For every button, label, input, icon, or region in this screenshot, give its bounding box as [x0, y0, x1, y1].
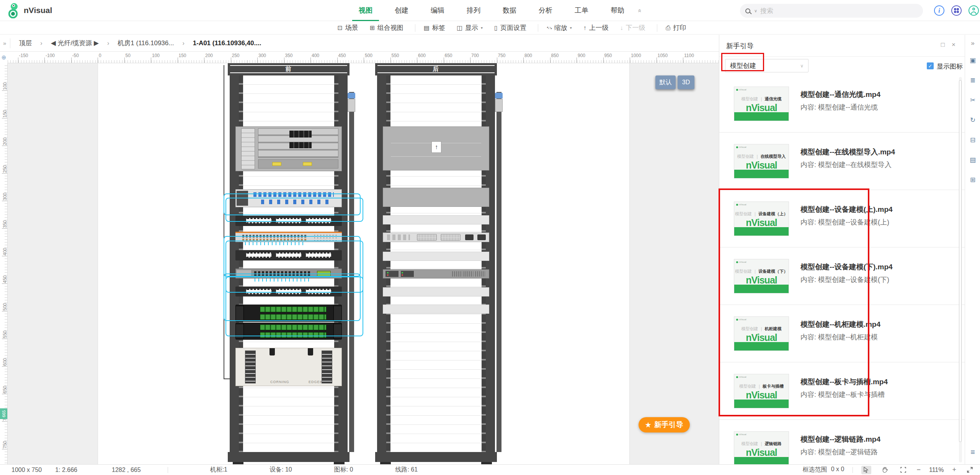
toolbar-divider: [538, 24, 538, 32]
rack-bottom-beam[interactable]: [228, 452, 350, 462]
search-scope-caret-icon[interactable]: ∨: [754, 8, 757, 13]
power-supply-unit[interactable]: [383, 233, 489, 242]
menu-item-5[interactable]: 分析: [528, 0, 564, 21]
rack-label: 前: [230, 65, 347, 73]
blank-panel[interactable]: [383, 188, 489, 207]
video-list-item[interactable]: nVisual模型创建 ｜ 设备建模（上）nVisual模型创建--设备建模(上…: [719, 190, 965, 247]
zoom-out-icon[interactable]: −: [916, 466, 921, 474]
video-list-item[interactable]: nVisual模型创建 ｜ 在线模型导入nVisual模型创建--在线模型导入.…: [719, 133, 965, 190]
info-icon[interactable]: i: [934, 5, 944, 16]
device-chassis[interactable]: [235, 126, 342, 171]
video-title[interactable]: 模型创建--板卡与插槽.mp4: [800, 377, 888, 387]
collapse-right-icon[interactable]: »: [965, 39, 980, 47]
menu-collapse-icon[interactable]: »: [636, 9, 643, 12]
toolbar-display[interactable]: ◫显示▾: [457, 23, 483, 32]
thumb-caption: 模型创建 ｜ 板卡与插槽: [734, 383, 789, 389]
pointer-tool-icon[interactable]: [861, 466, 871, 474]
video-list-item[interactable]: nVisual模型创建 ｜ 板卡与插槽nVisual模型创建--板卡与插槽.mp…: [719, 362, 965, 420]
cable-route-line[interactable]: [224, 65, 224, 378]
corning-enclosure[interactable]: CORNINGEDGE8: [235, 348, 342, 386]
breadcrumb-item-1[interactable]: ◀ 光纤/缆资源 ▶: [51, 39, 99, 48]
panel-icon[interactable]: ⊟: [965, 136, 980, 144]
3d-view-button[interactable]: 3D: [678, 75, 694, 89]
cable-manager-bar[interactable]: [497, 92, 501, 452]
menu-icon[interactable]: ≡: [965, 448, 980, 457]
breadcrumb-item-3[interactable]: 1-A01 (116.10936,40....: [193, 39, 261, 47]
category-select[interactable]: 模型创建 ∨: [725, 59, 808, 72]
menu-item-1[interactable]: 创建: [384, 0, 420, 21]
video-thumbnail[interactable]: nVisual模型创建 ｜ 机柜建模nVisual: [734, 316, 789, 351]
video-title[interactable]: 模型创建--逻辑链路.mp4: [800, 434, 880, 444]
toolbar-print[interactable]: ⎙打印: [666, 23, 686, 32]
video-thumbnail[interactable]: nVisual模型创建 ｜ 设备建模（上）nVisual: [734, 201, 789, 236]
video-thumbnail[interactable]: nVisual模型创建 ｜ 在线模型导入nVisual: [734, 144, 789, 179]
blank-panel-1u[interactable]: [383, 252, 489, 261]
cursor-coordinates: 1282 , 665: [112, 467, 141, 473]
default-view-button[interactable]: 默认: [655, 75, 676, 89]
user-avatar-icon[interactable]: [969, 5, 979, 16]
thumb-caption: 模型创建 ｜ 逻辑链路: [734, 441, 789, 447]
toolbar-page-setup[interactable]: ▯页面设置: [494, 23, 526, 32]
pan-hand-icon[interactable]: [880, 466, 890, 474]
zoom-in-icon[interactable]: +: [952, 466, 956, 474]
video-thumbnail[interactable]: nVisual模型创建 ｜ 通信光缆nVisual: [734, 87, 789, 121]
video-thumbnail[interactable]: nVisual模型创建 ｜ 设备建模（下）nVisual: [734, 259, 789, 293]
video-list-item[interactable]: nVisual模型创建 ｜ 机柜建模nVisual模型创建--机柜建模.mp4内…: [719, 305, 965, 362]
menu-item-3[interactable]: 排列: [456, 0, 492, 21]
device-rear-ports[interactable]: [383, 269, 489, 278]
display-icon: ◫: [457, 24, 462, 31]
rack-top-beam[interactable]: 后: [375, 62, 497, 75]
video-title[interactable]: 模型创建--设备建模(下).mp4: [800, 262, 893, 272]
toolbar-up-level[interactable]: ↑上一级: [583, 23, 609, 32]
breadcrumb-collapse-icon[interactable]: »: [0, 40, 10, 46]
rack-top-beam[interactable]: 前: [228, 62, 350, 75]
apps-grid-icon[interactable]: [951, 5, 962, 16]
menu-item-0[interactable]: 视图: [348, 0, 384, 21]
corning-label: CORNING: [270, 380, 289, 384]
layers-icon[interactable]: ≣: [965, 76, 980, 84]
toolbar-zoom[interactable]: ↖↘缩放▾: [547, 23, 572, 32]
close-icon[interactable]: ×: [952, 41, 956, 49]
menu-item-2[interactable]: 编辑: [420, 0, 456, 21]
video-thumbnail[interactable]: nVisual模型创建 ｜ 逻辑链路nVisual: [734, 431, 789, 464]
show-icons-checkbox[interactable]: ✓: [927, 62, 934, 69]
maximize-icon[interactable]: □: [941, 41, 945, 49]
drawing-page[interactable]: [98, 63, 630, 464]
toolbar-combined-view[interactable]: ⊞组合视图: [369, 23, 403, 32]
scrollbar-thumb[interactable]: [959, 80, 962, 442]
zoom-level[interactable]: 111%: [929, 467, 944, 473]
panel-scrollbar[interactable]: [959, 77, 962, 462]
breadcrumb-item-0[interactable]: 顶层: [19, 39, 32, 48]
video-list-item[interactable]: nVisual模型创建 ｜ 通信光缆nVisual模型创建--通信光缆.mp4内…: [719, 75, 965, 133]
ruler-tick-label: 350: [285, 53, 293, 58]
image-icon[interactable]: ▣: [965, 56, 980, 64]
refresh-icon[interactable]: ↻: [965, 116, 980, 124]
toolbar-label[interactable]: ▤标签: [424, 23, 445, 32]
rack-bottom-beam[interactable]: [375, 452, 497, 462]
fit-screen-icon[interactable]: [898, 466, 908, 474]
blank-panel-1u[interactable]: [383, 305, 489, 314]
breadcrumb-item-2[interactable]: 机房1 (116.10936...: [118, 39, 174, 48]
grid-icon[interactable]: ⊞: [965, 176, 980, 184]
search-input[interactable]: ∨ 搜索: [740, 4, 923, 18]
beginner-guide-button[interactable]: ★ 新手引导: [639, 417, 690, 432]
video-thumbnail[interactable]: nVisual模型创建 ｜ 板卡与插槽nVisual: [734, 374, 789, 408]
menu-item-4[interactable]: 数据: [492, 0, 528, 21]
list-icon[interactable]: ▤: [965, 156, 980, 164]
blank-panel-large[interactable]: ↑: [383, 126, 489, 170]
cut-icon[interactable]: ✂: [965, 96, 980, 104]
video-title[interactable]: 模型创建--通信光缆.mp4: [800, 90, 880, 100]
menu-item-6[interactable]: 工单: [564, 0, 599, 21]
video-title[interactable]: 模型创建--机柜建模.mp4: [800, 319, 880, 329]
blank-panel-1u[interactable]: [383, 215, 489, 224]
video-list-item[interactable]: nVisual模型创建 ｜ 设备建模（下）nVisual模型创建--设备建模(下…: [719, 247, 965, 305]
expand-icon[interactable]: [965, 466, 975, 474]
blank-panel-1u[interactable]: [383, 287, 489, 296]
cable-route-line[interactable]: [224, 378, 230, 379]
video-title[interactable]: 模型创建--在线模型导入.mp4: [800, 147, 895, 157]
menu-item-7[interactable]: 帮助: [599, 0, 635, 21]
combined-view-icon: ⊞: [369, 24, 374, 31]
video-title[interactable]: 模型创建--设备建模(上).mp4: [800, 205, 893, 215]
toolbar-scene[interactable]: ⊡场景: [337, 23, 358, 32]
video-list-item[interactable]: nVisual模型创建 ｜ 逻辑链路nVisual模型创建--逻辑链路.mp4内…: [719, 420, 965, 464]
